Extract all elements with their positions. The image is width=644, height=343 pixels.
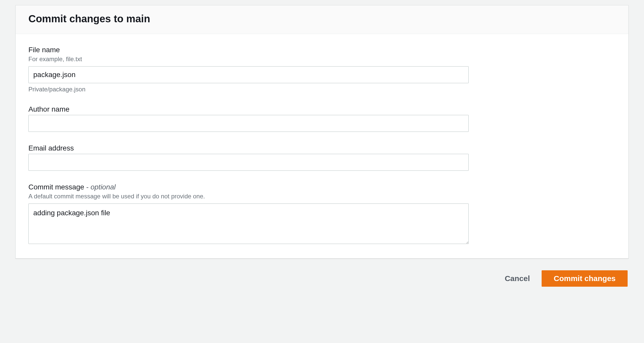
- panel-header: Commit changes to main: [16, 5, 628, 34]
- file-name-hint: For example, file.txt: [28, 56, 616, 63]
- commit-panel: Commit changes to main File name For exa…: [15, 5, 629, 259]
- email-group: Email address: [28, 144, 616, 171]
- commit-message-group: Commit message - optional A default comm…: [28, 183, 616, 245]
- commit-changes-button[interactable]: Commit changes: [542, 270, 628, 287]
- cancel-button[interactable]: Cancel: [502, 271, 532, 286]
- email-label: Email address: [28, 144, 616, 152]
- author-name-group: Author name: [28, 105, 616, 132]
- file-name-label: File name: [28, 46, 616, 54]
- panel-body: File name For example, file.txt Private/…: [16, 34, 628, 258]
- file-name-path: Private/package.json: [28, 86, 616, 93]
- commit-message-optional: - optional: [84, 183, 116, 191]
- file-name-group: File name For example, file.txt Private/…: [28, 46, 616, 93]
- email-input[interactable]: [28, 154, 469, 171]
- file-name-input[interactable]: [28, 66, 469, 83]
- action-bar: Cancel Commit changes: [15, 270, 629, 287]
- panel-title: Commit changes to main: [28, 13, 616, 25]
- commit-message-label: Commit message - optional: [28, 183, 616, 191]
- commit-message-input[interactable]: [28, 203, 469, 244]
- author-name-label: Author name: [28, 105, 616, 113]
- author-name-input[interactable]: [28, 115, 469, 132]
- commit-message-label-text: Commit message: [28, 183, 84, 191]
- commit-message-hint: A default commit message will be used if…: [28, 193, 616, 200]
